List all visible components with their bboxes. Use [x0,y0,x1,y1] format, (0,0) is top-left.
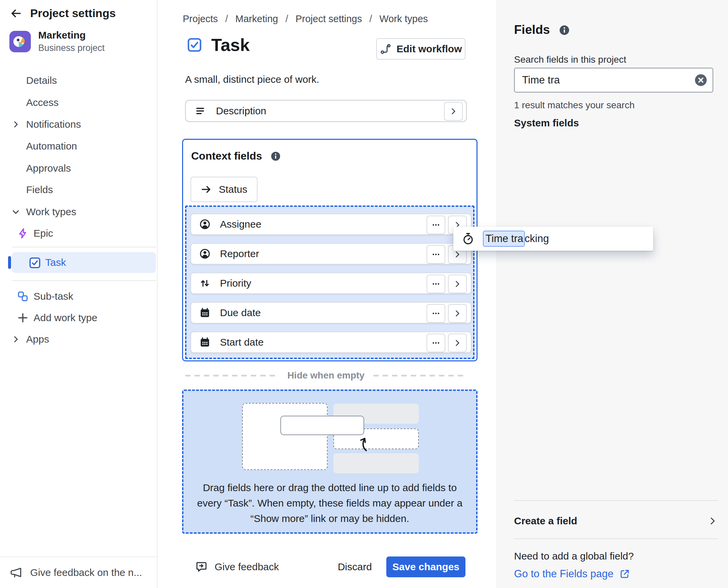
sidebar-item-apps[interactable]: Apps [0,332,158,346]
person-icon [199,248,211,259]
sidebar-item-fields[interactable]: Fields [0,182,158,197]
info-icon[interactable] [559,24,569,35]
context-fields-drop-area[interactable]: Assignee Reporter Priority Due date [185,206,475,359]
field-label: Priority [220,278,251,289]
field-label: Assignee [220,218,261,230]
create-field-label: Create a field [514,515,577,527]
project-summary: Marketing Business project [9,29,105,53]
project-settings-screen: Project settings Marketing Business proj… [0,0,728,588]
sidebar-item-access[interactable]: Access [0,95,158,110]
save-changes-button[interactable]: Save changes [386,556,465,577]
field-row-reporter[interactable]: Reporter [190,243,472,265]
open-field-settings-button[interactable] [448,304,467,323]
chevron-right-icon [11,119,21,129]
fields-panel: Fields Search fields in this project 1 r… [496,0,728,588]
sidebar-item-label: Fields [26,184,53,195]
create-field-button[interactable]: Create a field [514,511,718,531]
more-options-button[interactable] [427,215,445,234]
page-title-row: Task [186,35,250,55]
main-footer: Give feedback Discard Save changes [182,555,478,579]
info-icon[interactable] [270,151,281,162]
plus-icon [17,312,29,324]
breadcrumb-separator: / [285,14,288,24]
divider-dash-line [373,375,467,376]
hide-when-empty-label: Hide when empty [287,370,365,381]
sidebar-item-add-work-type[interactable]: Add work type [0,310,158,325]
give-feedback-label: Give feedback [215,561,279,572]
sidebar-item-label: Access [26,97,59,108]
task-checkbox-icon [28,256,41,269]
more-options-button[interactable] [427,304,445,323]
fields-panel-title: Fields [514,23,550,37]
sidebar-item-task[interactable]: Task [12,252,156,273]
hide-when-empty-divider[interactable]: Hide when empty [185,368,467,383]
dragged-field-card-time-tracking[interactable]: Time tracking [453,227,653,251]
breadcrumb-separator: / [225,14,228,24]
edit-workflow-button[interactable]: Edit workflow [376,38,465,60]
field-row-assignee[interactable]: Assignee [190,213,472,235]
go-to-fields-page-label: Go to the Fields page [514,568,613,580]
context-fields-header: Context fields [191,150,281,162]
field-label: Reporter [220,248,259,259]
give-feedback-button[interactable]: Give feedback [195,555,279,579]
sidebar-item-label: Details [26,75,57,86]
search-fields-input[interactable] [514,68,713,92]
epic-bolt-icon [17,227,29,239]
more-options-button[interactable] [427,245,445,264]
chevron-down-icon [11,207,21,217]
breadcrumb-projects[interactable]: Projects [183,14,218,24]
open-field-settings-button[interactable] [448,275,467,293]
sidebar-item-epic[interactable]: Epic [0,226,158,241]
status-field-chip[interactable]: Status [190,177,257,202]
sidebar-item-details[interactable]: Details [0,73,158,88]
sidebar-item-label: Add work type [34,312,97,323]
sidebar-item-sub-task[interactable]: Sub-task [0,289,158,304]
sidebar-item-label: Apps [26,334,49,345]
sidebar-item-work-types[interactable]: Work types [0,205,158,219]
breadcrumb-marketing[interactable]: Marketing [235,14,278,24]
sidebar-feedback-button[interactable]: Give feedback on the n... [10,566,142,579]
project-avatar [9,31,31,52]
sidebar-item-automation[interactable]: Automation [0,139,158,153]
dragged-field-label: Time tracking [483,231,549,247]
sidebar-item-approvals[interactable]: Approvals [0,161,158,176]
open-field-settings-button[interactable] [444,102,463,121]
sidebar-item-label: Approvals [26,163,71,174]
chevron-right-icon [707,516,718,526]
discard-button[interactable]: Discard [330,555,380,579]
sidebar-header: Project settings [10,7,116,20]
description-field-label: Description [216,105,266,117]
chevron-right-icon [11,334,21,344]
sidebar-item-notifications[interactable]: Notifications [0,117,158,132]
status-field-label: Status [219,184,247,195]
search-fields-label: Search fields in this project [514,54,626,65]
more-options-button[interactable] [427,275,445,293]
empty-fields-dropzone[interactable]: Drag fields here or drag the dotted line… [182,390,478,534]
curved-arrow-icon [353,433,373,453]
field-row-priority[interactable]: Priority [190,273,472,294]
breadcrumb-project-settings[interactable]: Project settings [295,14,362,24]
breadcrumb-work-types[interactable]: Work types [380,14,428,24]
search-field-wrap [514,68,713,92]
selected-indicator-bar [8,256,11,269]
more-options-button[interactable] [427,334,445,352]
breadcrumb-separator: / [369,14,372,24]
search-match-highlight: Time tra [483,231,525,247]
go-to-fields-page-link[interactable]: Go to the Fields page [514,568,630,580]
feedback-bubble-icon [195,561,207,573]
field-row-due-date[interactable]: Due date [190,302,472,323]
edit-workflow-label: Edit workflow [397,43,462,55]
external-link-icon [619,569,630,579]
fields-panel-header: Fields [514,23,569,37]
clear-search-button[interactable] [694,73,708,87]
sidebar-item-label: Epic [34,228,53,239]
divider-dash-line [185,375,279,376]
stopwatch-icon [461,232,475,245]
page-title: Task [211,35,250,55]
back-arrow-icon[interactable] [10,7,22,19]
person-icon [199,218,211,230]
open-field-settings-button[interactable] [448,334,467,352]
description-field-row[interactable]: Description [185,100,467,122]
field-row-start-date[interactable]: Start date [190,332,472,353]
dropzone-help-line: “Show more” link or may be hidden. [183,511,476,526]
